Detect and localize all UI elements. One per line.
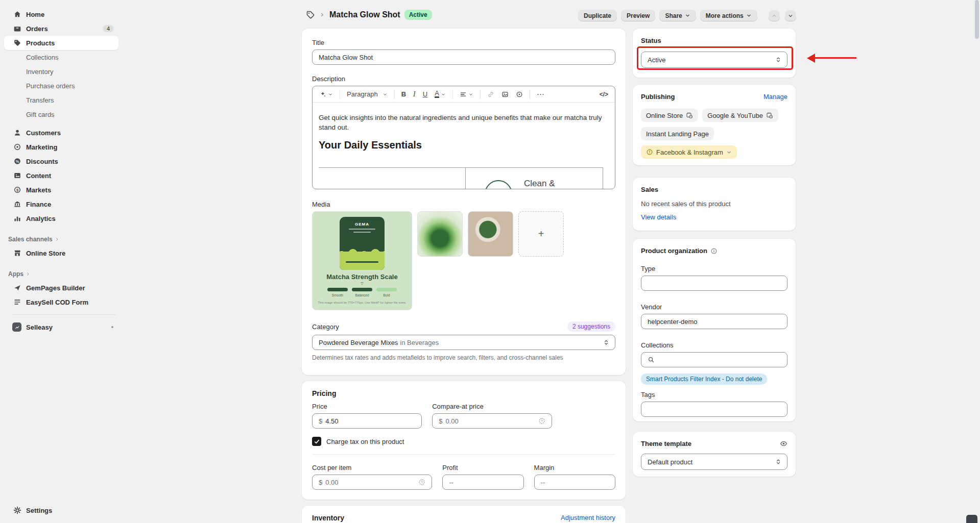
insert-link-button[interactable] [486, 90, 496, 99]
category-suggestions-button[interactable]: 2 suggestions [567, 321, 615, 332]
sidebar-item-discounts[interactable]: Discounts [4, 154, 118, 168]
currency-symbol: $ [319, 417, 322, 425]
vendor-input[interactable] [648, 318, 781, 326]
channel-instant-landing-page[interactable]: Instant Landing Page [641, 127, 714, 140]
tags-input[interactable] [648, 406, 781, 413]
view-details-link[interactable]: View details [641, 213, 676, 221]
chevron-down-icon [685, 13, 690, 18]
search-icon [648, 356, 655, 363]
theme-template-value: Default product [648, 458, 692, 466]
preview-button[interactable]: Preview [621, 10, 655, 21]
person-icon [13, 129, 21, 137]
sidebar-item-marketing[interactable]: Marketing [4, 140, 118, 154]
sidebar-item-finance[interactable]: Finance [4, 197, 118, 211]
caret-sort-icon [775, 458, 782, 465]
price-input[interactable] [325, 417, 415, 425]
more-formatting-button[interactable]: ⋯ [535, 89, 546, 100]
magic-wand-icon [319, 91, 326, 98]
status-select[interactable]: Active [641, 52, 787, 68]
toolbar-divider [340, 90, 340, 99]
media-thumbnail-splash[interactable] [417, 211, 463, 257]
corner-widget[interactable] [966, 515, 977, 523]
annotation-arrow-head [807, 54, 815, 63]
info-icon[interactable] [710, 247, 718, 255]
apps-header[interactable]: Apps [0, 267, 123, 281]
theme-template-card: Theme template Default product [633, 432, 796, 477]
show-html-button[interactable]: </> [598, 90, 610, 99]
charge-tax-label: Charge tax on this product [326, 438, 404, 445]
sidebar-item-label: Home [26, 11, 44, 18]
sidebar-item-transfers[interactable]: Transfers [4, 93, 118, 107]
theme-template-select[interactable]: Default product [641, 454, 787, 470]
toolbar-divider [452, 90, 453, 99]
sidebar-item-home[interactable]: Home [4, 7, 118, 21]
sales-channels-header[interactable]: Sales channels [0, 233, 123, 246]
category-context: in Beverages [400, 339, 439, 346]
help-icon[interactable] [418, 479, 425, 486]
alignment-button[interactable] [458, 90, 475, 99]
sidebar-item-purchase-orders[interactable]: Purchase orders [4, 79, 118, 93]
channel-facebook-instagram[interactable]: Facebook & Instagram [641, 145, 737, 159]
sidebar-item-selleasy[interactable]: Selleasy [4, 320, 118, 334]
insert-image-button[interactable] [500, 90, 510, 99]
cost-per-item-input[interactable] [325, 479, 415, 486]
eye-icon[interactable] [780, 440, 787, 447]
more-actions-button[interactable]: More actions [700, 10, 757, 21]
sidebar-item-easysell[interactable]: EasySell COD Form [4, 295, 118, 309]
channel-google-youtube[interactable]: Google & YouTube [702, 109, 778, 122]
sidebar-item-content[interactable]: Content [4, 168, 118, 183]
plus-icon: + [538, 228, 544, 240]
sidebar-item-orders[interactable]: Orders 4 [4, 21, 118, 36]
bar-chart-icon [13, 214, 21, 222]
editor-content[interactable]: Get quick insights into the natural ingr… [313, 103, 615, 189]
chevron-down-icon [726, 150, 732, 155]
paragraph-style-dropdown[interactable]: Paragraph [345, 89, 389, 99]
add-media-button[interactable]: + [518, 211, 564, 257]
collection-badge[interactable]: Smart Products Filter Index - Do not del… [641, 373, 767, 385]
duplicate-button[interactable]: Duplicate [578, 10, 617, 21]
previous-product-button[interactable] [769, 10, 780, 21]
sidebar-item-gift-cards[interactable]: Gift cards [4, 107, 118, 121]
type-input[interactable] [648, 280, 781, 287]
compare-at-price-input[interactable] [445, 417, 535, 425]
media-thumbnail-primary[interactable]: GEMA Matcha Strength Scale ▽ Smooth Bala… [312, 211, 412, 310]
collections-search-input[interactable] [658, 356, 781, 364]
publishing-title: Publishing [641, 93, 675, 101]
sidebar-item-analytics[interactable]: Analytics [4, 211, 118, 226]
sidebar-item-inventory[interactable]: Inventory [4, 64, 118, 79]
sidebar-item-markets[interactable]: Markets [4, 183, 118, 197]
margin-field: -- [534, 475, 615, 490]
insert-video-button[interactable] [514, 90, 524, 99]
category-select[interactable]: Powdered Beverage Mixes in Beverages [312, 335, 615, 350]
sidebar-item-collections[interactable]: Collections [4, 50, 118, 64]
sidebar-item-gempages[interactable]: GemPages Builder [4, 281, 118, 295]
help-icon[interactable] [538, 417, 545, 425]
margin-label: Margin [534, 464, 615, 471]
magic-ai-button[interactable] [318, 90, 334, 99]
manage-publishing-link[interactable]: Manage [763, 93, 787, 101]
annotation-arrow-line [815, 57, 856, 59]
title-input[interactable] [319, 54, 609, 61]
share-button[interactable]: Share [659, 10, 696, 21]
shopify-admin-product-page: Home Orders 4 Products Collections Inven… [0, 0, 980, 523]
sidebar-item-settings[interactable]: Settings [4, 503, 118, 517]
underline-button[interactable]: U [421, 89, 429, 99]
vertical-scrollbar-thumb[interactable] [975, 0, 979, 39]
adjustment-history-link[interactable]: Adjustment history [561, 514, 615, 521]
sidebar-item-customers[interactable]: Customers [4, 126, 118, 140]
italic-button[interactable]: I [412, 89, 417, 99]
text-color-button[interactable]: A [433, 89, 447, 99]
calendar-clock-icon [766, 112, 773, 119]
product-tag-icon[interactable] [306, 10, 315, 19]
chevron-right-icon [55, 237, 60, 242]
sidebar-item-products[interactable]: Products [4, 36, 118, 50]
media-thumbnail-cup[interactable] [468, 211, 513, 257]
bank-icon [13, 200, 21, 208]
cost-per-item-field: $ [312, 475, 432, 490]
sidebar-item-online-store[interactable]: Online Store [4, 246, 118, 260]
bold-button[interactable]: B [400, 89, 408, 99]
charge-tax-checkbox[interactable] [312, 437, 321, 446]
chevron-down-icon [383, 92, 388, 97]
next-product-button[interactable] [785, 10, 796, 21]
channel-online-store[interactable]: Online Store [641, 109, 698, 122]
